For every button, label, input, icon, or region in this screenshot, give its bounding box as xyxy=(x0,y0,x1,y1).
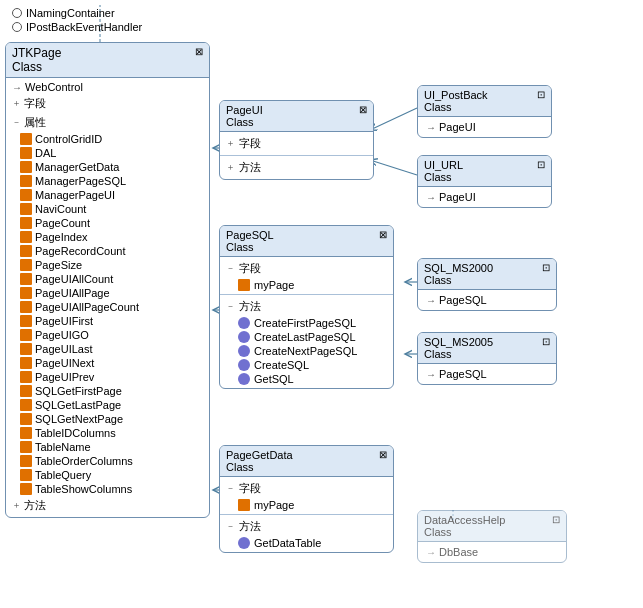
prop-icon xyxy=(20,203,32,215)
jtkpage-header: JTKPage Class ⊠ xyxy=(6,43,209,78)
ui-postback-arrow: → xyxy=(426,122,436,133)
pagegetdata-methods-label: 方法 xyxy=(239,519,261,534)
pageui-methods-label: 方法 xyxy=(239,160,261,175)
data-access-help-classname: DataAccessHelp xyxy=(424,514,505,526)
ui-url-collapse-icon[interactable]: ⊡ xyxy=(537,159,545,170)
prop-icon xyxy=(20,441,32,453)
jtkpage-prop-item: PageUIGO xyxy=(18,328,205,342)
method-icon xyxy=(238,373,250,385)
pagegetdata-method-item: GetDataTable xyxy=(226,536,387,550)
prop-label: PageIndex xyxy=(35,231,88,243)
pagesql-methods-toggle[interactable]: － 方法 xyxy=(226,297,387,316)
prop-label: TableShowColumns xyxy=(35,483,132,495)
prop-label: SQLGetLastPage xyxy=(35,399,121,411)
prop-label: PageUIAllPage xyxy=(35,287,110,299)
circle-icon-1 xyxy=(12,8,22,18)
prop-icon xyxy=(20,469,32,481)
prop-icon xyxy=(20,161,32,173)
jtkpage-fields-toggle[interactable]: ＋ 字段 xyxy=(10,94,205,113)
prop-label: PageUIPrev xyxy=(35,371,94,383)
prop-icon xyxy=(20,455,32,467)
jtkpage-props-items: ControlGridIDDALManagerGetDataManagerPag… xyxy=(10,132,205,496)
prop-icon xyxy=(20,245,32,257)
pagegetdata-classtype: Class xyxy=(226,461,293,473)
pageui-header: PageUI Class ⊠ xyxy=(220,101,373,132)
sql-ms2000-box: SQL_MS2000 Class ⊡ → PageSQL xyxy=(417,258,557,311)
pageui-collapse-icon[interactable]: ⊠ xyxy=(359,104,367,115)
data-access-help-inherit: → DbBase xyxy=(424,545,560,559)
sql-ms2005-body: → PageSQL xyxy=(418,364,556,384)
jtkpage-prop-item: PageCount xyxy=(18,216,205,230)
prop-label: TableQuery xyxy=(35,469,91,481)
pagesql-box: PageSQL Class ⊠ － 字段 myPage － 方法 CreateF… xyxy=(219,225,394,389)
pagesql-header: PageSQL Class ⊠ xyxy=(220,226,393,257)
pagegetdata-box: PageGetData Class ⊠ － 字段 myPage － 方法 Get… xyxy=(219,445,394,553)
pagesql-methods-expand: － xyxy=(226,300,235,313)
jtkpage-prop-item: PageSize xyxy=(18,258,205,272)
ui-url-box: UI_URL Class ⊡ → PageUI xyxy=(417,155,552,208)
pageui-methods-expand: ＋ xyxy=(226,161,235,174)
jtkpage-prop-item: NaviCount xyxy=(18,202,205,216)
prop-label: PageSize xyxy=(35,259,82,271)
jtkpage-body: → WebControl ＋ 字段 － 属性 ControlGridIDDALM… xyxy=(6,78,209,517)
pagesql-fields-toggle[interactable]: － 字段 xyxy=(226,259,387,278)
jtkpage-prop-item: SQLGetNextPage xyxy=(18,412,205,426)
pageui-methods-toggle[interactable]: ＋ 方法 xyxy=(226,158,367,177)
pagegetdata-methods-items: GetDataTable xyxy=(226,536,387,550)
jtkpage-prop-item: PageUIAllCount xyxy=(18,272,205,286)
pagegetdata-collapse-icon[interactable]: ⊠ xyxy=(379,449,387,460)
svg-line-2 xyxy=(370,108,417,130)
pagesql-method-item: CreateSQL xyxy=(226,358,387,372)
jtkpage-prop-item: PageUINext xyxy=(18,356,205,370)
sql-ms2000-body: → PageSQL xyxy=(418,290,556,310)
jtkpage-prop-item: PageUIPrev xyxy=(18,370,205,384)
ui-postback-collapse-icon[interactable]: ⊡ xyxy=(537,89,545,100)
prop-icon xyxy=(20,413,32,425)
jtkpage-fields-label: 字段 xyxy=(24,96,46,111)
prop-label: PageUIAllCount xyxy=(35,273,113,285)
pagesql-collapse-icon[interactable]: ⊠ xyxy=(379,229,387,240)
ui-url-header: UI_URL Class ⊡ xyxy=(418,156,551,187)
iface-postback: IPostBackEventHandler xyxy=(12,20,142,34)
sql-ms2005-collapse-icon[interactable]: ⊡ xyxy=(542,336,550,347)
jtkpage-props-toggle[interactable]: － 属性 xyxy=(10,113,205,132)
sql-ms2005-classtype: Class xyxy=(424,348,493,360)
ui-url-classname: UI_URL xyxy=(424,159,463,171)
jtkpage-methods-toggle[interactable]: ＋ 方法 xyxy=(10,496,205,515)
sql-ms2000-header: SQL_MS2000 Class ⊡ xyxy=(418,259,556,290)
pagesql-method-item: CreateLastPageSQL xyxy=(226,330,387,344)
ui-postback-body: → PageUI xyxy=(418,117,551,137)
ui-url-inherit-label: PageUI xyxy=(439,191,476,203)
data-access-help-header: DataAccessHelp Class ⊡ xyxy=(418,511,566,542)
prop-icon xyxy=(20,385,32,397)
top-interfaces: INamingContainer IPostBackEventHandler xyxy=(12,6,142,34)
jtkpage-prop-item: PageRecordCount xyxy=(18,244,205,258)
pagegetdata-methods-toggle[interactable]: － 方法 xyxy=(226,517,387,536)
jtkpage-collapse-icon[interactable]: ⊠ xyxy=(195,46,203,57)
pagesql-methods-section: － 方法 CreateFirstPageSQLCreateLastPageSQL… xyxy=(220,295,393,388)
pagegetdata-header: PageGetData Class ⊠ xyxy=(220,446,393,477)
ui-postback-inherit-label: PageUI xyxy=(439,121,476,133)
pageui-classtype: Class xyxy=(226,116,263,128)
pagegetdata-fields-label: 字段 xyxy=(239,481,261,496)
jtkpage-prop-item: TableOrderColumns xyxy=(18,454,205,468)
ui-postback-box: UI_PostBack Class ⊡ → PageUI xyxy=(417,85,552,138)
arrow-right-icon: → xyxy=(12,82,22,93)
method-icon xyxy=(238,345,250,357)
data-access-help-collapse-icon[interactable]: ⊡ xyxy=(552,514,560,525)
pageui-fields-section: ＋ 字段 xyxy=(220,132,373,156)
sql-ms2005-inherit-label: PageSQL xyxy=(439,368,487,380)
jtkpage-prop-item: TableName xyxy=(18,440,205,454)
jtkpage-box: JTKPage Class ⊠ → WebControl ＋ 字段 － 属性 C… xyxy=(5,42,210,518)
pagegetdata-fields-toggle[interactable]: － 字段 xyxy=(226,479,387,498)
jtkpage-prop-item: ManagerPageSQL xyxy=(18,174,205,188)
sql-ms2000-collapse-icon[interactable]: ⊡ xyxy=(542,262,550,273)
iface-label-2: IPostBackEventHandler xyxy=(26,21,142,33)
pageui-fields-toggle[interactable]: ＋ 字段 xyxy=(226,134,367,153)
prop-label: DAL xyxy=(35,147,56,159)
ui-postback-classname: UI_PostBack xyxy=(424,89,488,101)
jtkpage-classtype: Class xyxy=(12,60,61,74)
jtkpage-inherit-row: → WebControl xyxy=(10,80,205,94)
sql-ms2000-classname: SQL_MS2000 xyxy=(424,262,493,274)
sql-ms2000-arrow: → xyxy=(426,295,436,306)
